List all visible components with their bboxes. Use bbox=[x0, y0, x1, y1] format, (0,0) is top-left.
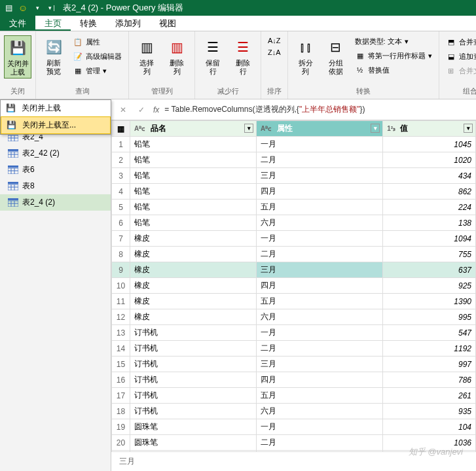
remove-columns-button[interactable]: ▥删除 列 bbox=[163, 35, 191, 77]
table-row[interactable]: 15订书机三月997 bbox=[112, 357, 476, 372]
excel-icon[interactable]: ▤ bbox=[3, 2, 14, 14]
choose-columns-button[interactable]: ▥选择 列 bbox=[133, 35, 160, 77]
table-row[interactable]: 5铅笔五月224 bbox=[112, 200, 476, 215]
row-number[interactable]: 12 bbox=[112, 309, 130, 325]
merge-queries-button[interactable]: ⬒合并查询 ▾ bbox=[443, 35, 476, 48]
tab-file[interactable]: 文件 bbox=[0, 16, 35, 31]
refresh-preview-button[interactable]: 🔄 刷新 预览 bbox=[40, 35, 67, 77]
column-header[interactable]: Aᴮᴄ 品名▾ bbox=[130, 121, 257, 137]
sidebar-query-item[interactable]: 表2_4 (2) bbox=[0, 194, 111, 211]
row-number[interactable]: 7 bbox=[112, 231, 130, 247]
append-queries-button[interactable]: ⬓追加查询 ▾ bbox=[443, 50, 476, 63]
cell[interactable]: 1045 bbox=[383, 137, 476, 152]
table-row[interactable]: 3铅笔三月434 bbox=[112, 168, 476, 184]
cell[interactable]: 圆珠笔 bbox=[130, 435, 257, 451]
row-number[interactable]: 11 bbox=[112, 294, 130, 309]
sort-desc-button[interactable]: Z↓A bbox=[265, 47, 284, 58]
cell[interactable]: 四月 bbox=[257, 184, 383, 200]
manage-button[interactable]: ▦管理 ▾ bbox=[70, 64, 124, 77]
table-row[interactable]: 11橡皮五月1390 bbox=[112, 294, 476, 309]
cell[interactable]: 订书机 bbox=[130, 357, 257, 372]
datatype-icon[interactable]: Aᴮᴄ bbox=[261, 125, 272, 132]
table-row[interactable]: 1铅笔一月1045 bbox=[112, 137, 476, 152]
sidebar-query-item[interactable]: 表8 bbox=[0, 178, 111, 194]
cell[interactable]: 二月 bbox=[257, 247, 383, 262]
cell[interactable]: 橡皮 bbox=[130, 294, 257, 309]
row-number[interactable]: 13 bbox=[112, 325, 130, 341]
cell[interactable]: 755 bbox=[383, 247, 476, 262]
cell[interactable]: 铅笔 bbox=[130, 215, 257, 231]
tab-addcolumn[interactable]: 添加列 bbox=[106, 16, 150, 31]
cell[interactable]: 五月 bbox=[257, 200, 383, 215]
cell[interactable]: 四月 bbox=[257, 278, 383, 294]
cell[interactable]: 铅笔 bbox=[130, 200, 257, 215]
column-header[interactable]: 1²₃ 值▾ bbox=[383, 121, 476, 137]
table-row[interactable]: 19圆珠笔一月104 bbox=[112, 419, 476, 435]
cell[interactable]: 二月 bbox=[257, 435, 383, 451]
tab-home[interactable]: 主页 bbox=[35, 16, 71, 31]
cell[interactable]: 订书机 bbox=[130, 388, 257, 404]
table-row[interactable]: 6铅笔六月138 bbox=[112, 215, 476, 231]
table-row[interactable]: 7橡皮一月1094 bbox=[112, 231, 476, 247]
row-number[interactable]: 1 bbox=[112, 137, 130, 152]
row-number[interactable]: 8 bbox=[112, 247, 130, 262]
cell[interactable]: 橡皮 bbox=[130, 309, 257, 325]
cell[interactable]: 935 bbox=[383, 404, 476, 419]
cell[interactable]: 四月 bbox=[257, 372, 383, 388]
data-grid[interactable]: ▦Aᴮᴄ 品名▾Aᴮᴄ 属性▾1²₃ 值▾1铅笔一月10452铅笔二月10203… bbox=[111, 120, 476, 451]
table-row[interactable]: 8橡皮二月755 bbox=[112, 247, 476, 262]
cell[interactable]: 一月 bbox=[257, 137, 383, 152]
cell[interactable]: 一月 bbox=[257, 419, 383, 435]
advanced-editor-button[interactable]: 📝高级编辑器 bbox=[70, 50, 124, 63]
row-number[interactable]: 9 bbox=[112, 262, 130, 278]
cell[interactable]: 224 bbox=[383, 200, 476, 215]
cell[interactable]: 圆珠笔 bbox=[130, 419, 257, 435]
row-number[interactable]: 6 bbox=[112, 215, 130, 231]
cell[interactable]: 三月 bbox=[257, 168, 383, 184]
cell[interactable]: 三月 bbox=[257, 262, 383, 278]
row-number[interactable]: 16 bbox=[112, 372, 130, 388]
smiley-icon[interactable]: ☺ bbox=[17, 2, 29, 14]
cell[interactable]: 637 bbox=[383, 262, 476, 278]
cell[interactable]: 二月 bbox=[257, 341, 383, 357]
cell[interactable]: 138 bbox=[383, 215, 476, 231]
cell[interactable]: 786 bbox=[383, 372, 476, 388]
row-number[interactable]: 10 bbox=[112, 278, 130, 294]
table-row[interactable]: 10橡皮四月925 bbox=[112, 278, 476, 294]
cell[interactable]: 订书机 bbox=[130, 372, 257, 388]
column-filter-icon[interactable]: ▾ bbox=[244, 124, 253, 133]
cell[interactable]: 五月 bbox=[257, 294, 383, 309]
datatype-icon[interactable]: Aᴮᴄ bbox=[134, 125, 145, 132]
cell[interactable]: 997 bbox=[383, 357, 476, 372]
sidebar-query-item[interactable]: 表2_42 (2) bbox=[0, 145, 111, 162]
cell[interactable]: 铅笔 bbox=[130, 184, 257, 200]
table-row[interactable]: 2铅笔二月1020 bbox=[112, 152, 476, 168]
cell[interactable]: 订书机 bbox=[130, 341, 257, 357]
cell[interactable]: 五月 bbox=[257, 388, 383, 404]
formula-cancel-button[interactable]: ✕ bbox=[117, 105, 130, 114]
keep-rows-button[interactable]: ☰保留 行 bbox=[199, 35, 227, 77]
row-number[interactable]: 19 bbox=[112, 419, 130, 435]
cell[interactable]: 订书机 bbox=[130, 325, 257, 341]
qat-dropdown-icon[interactable]: ▾ bbox=[31, 2, 43, 14]
cell[interactable]: 橡皮 bbox=[130, 247, 257, 262]
group-by-button[interactable]: ⊟分组 依据 bbox=[322, 35, 350, 77]
table-row[interactable]: 18订书机六月935 bbox=[112, 404, 476, 419]
cell[interactable]: 橡皮 bbox=[130, 262, 257, 278]
column-filter-icon[interactable]: ▾ bbox=[371, 124, 380, 133]
table-row[interactable]: 9橡皮三月637 bbox=[112, 262, 476, 278]
row-number[interactable]: 4 bbox=[112, 184, 130, 200]
row-number[interactable]: 18 bbox=[112, 404, 130, 419]
close-and-load-button[interactable]: 💾 关闭并 上载 bbox=[4, 35, 31, 78]
cell[interactable]: 862 bbox=[383, 184, 476, 200]
remove-rows-button[interactable]: ☰删除 行 bbox=[229, 35, 257, 77]
formula-input[interactable]: = Table.RemoveColumns(逆透视的列,{"上半年总销售额"}) bbox=[164, 104, 471, 115]
close-load-to-item[interactable]: 💾 关闭并上载至... bbox=[1, 116, 111, 134]
cell[interactable]: 三月 bbox=[257, 357, 383, 372]
tab-view[interactable]: 视图 bbox=[150, 16, 185, 31]
row-number[interactable]: 5 bbox=[112, 200, 130, 215]
cell[interactable]: 铅笔 bbox=[130, 168, 257, 184]
cell[interactable]: 434 bbox=[383, 168, 476, 184]
grid-corner[interactable]: ▦ bbox=[112, 121, 130, 137]
cell[interactable]: 橡皮 bbox=[130, 278, 257, 294]
